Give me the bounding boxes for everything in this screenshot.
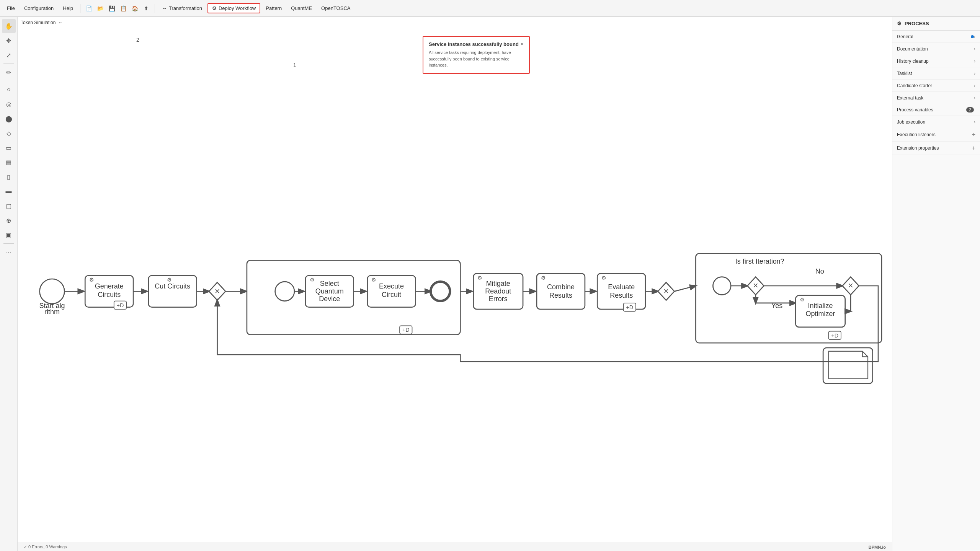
quantme-button[interactable]: QuantME: [287, 4, 316, 13]
init-opt-icon: ⚙: [800, 297, 805, 303]
check-icon: ✓: [24, 544, 27, 549]
create-annotation-button[interactable]: ⊕: [2, 214, 16, 227]
rp-general-label: General: [897, 34, 971, 39]
annotation-2: 2: [136, 37, 139, 43]
export-button[interactable]: ⬆: [141, 3, 152, 14]
transformation-button[interactable]: ↔ Transformation: [158, 4, 206, 13]
create-gateway-button[interactable]: ◇: [2, 126, 16, 140]
evaluate-label2: Results: [610, 292, 633, 299]
rp-item-external-task[interactable]: External task ›: [892, 92, 980, 104]
rp-item-candidate-starter[interactable]: Candidate starter ›: [892, 80, 980, 92]
separator-1: [80, 4, 80, 13]
save-button[interactable]: 💾: [106, 3, 117, 14]
is-first-iter-label: Is first Iteration?: [735, 258, 784, 265]
loop-subprocess[interactable]: [696, 253, 882, 343]
rp-exec-listeners-plus[interactable]: +: [972, 131, 975, 138]
sub-start-event[interactable]: [275, 282, 294, 301]
loop-start-event[interactable]: [713, 277, 731, 295]
execute-icon: ⚙: [371, 277, 376, 283]
create-start-button[interactable]: ○: [2, 83, 16, 96]
menu-configuration[interactable]: Configuration: [20, 4, 57, 13]
rp-general-dot: [971, 35, 974, 38]
lasso-tool-button[interactable]: ⤢: [2, 48, 16, 62]
notification-title: Service instances successfully bound: [429, 41, 519, 47]
notification-header: Service instances successfully bound ×: [429, 41, 524, 47]
opentosca-button[interactable]: OpenTOSCA: [317, 4, 354, 13]
execute-label1: Execute: [379, 282, 404, 290]
gw1-x: ×: [215, 286, 220, 296]
lt-sep-3: [3, 243, 14, 244]
rp-item-documentation[interactable]: Documentation ›: [892, 43, 980, 55]
start-event-label2: rithm: [44, 308, 60, 316]
create-intermediate-button[interactable]: ◎: [2, 97, 16, 111]
right-panel-gear-icon: ⚙: [897, 21, 902, 26]
gw2-x: ×: [663, 286, 669, 296]
evaluate-icon: ⚙: [601, 275, 606, 281]
sub-end-event[interactable]: [431, 282, 450, 301]
rp-item-tasklist[interactable]: Tasklist ›: [892, 67, 980, 80]
rp-item-extension-properties[interactable]: Extension properties +: [892, 142, 980, 155]
pencil-tool-button[interactable]: ✏: [2, 65, 16, 79]
cut-circuits-label1: Cut Circuits: [155, 282, 190, 290]
token-simulation-bar: Token Simulation ↔: [21, 20, 62, 25]
new-button[interactable]: 📄: [83, 3, 94, 14]
notification-close-button[interactable]: ×: [521, 41, 524, 47]
rp-tasklist-label: Tasklist: [897, 71, 974, 76]
gen-circuits-d-text: +D: [117, 302, 124, 308]
menu-help[interactable]: Help: [59, 4, 77, 13]
status-errors: ✓ 0 Errors, 0 Warnings: [24, 544, 67, 549]
rp-item-execution-listeners[interactable]: Execution listeners +: [892, 128, 980, 142]
open-button[interactable]: 📂: [95, 3, 106, 14]
gen-circuits-label2: Circuits: [98, 291, 121, 298]
rp-history-cleanup-label: History cleanup: [897, 59, 974, 64]
move-tool-button[interactable]: ✥: [2, 34, 16, 47]
mitigate-label3: Errors: [489, 295, 508, 303]
rp-candidate-arrow: ›: [974, 83, 975, 88]
rp-history-cleanup-arrow: ›: [974, 58, 975, 64]
bpmn-diagram: Start alg rithm Generate Circuits ⚙ +D C…: [18, 28, 892, 543]
rp-item-process-variables[interactable]: Process variables 2: [892, 104, 980, 116]
rp-item-history-cleanup[interactable]: History cleanup ›: [892, 55, 980, 67]
seq-gw2-loop: [675, 286, 696, 291]
rp-item-job-execution[interactable]: Job execution ›: [892, 116, 980, 128]
rp-process-vars-badge: 2: [966, 107, 974, 112]
rp-candidate-label: Candidate starter: [897, 83, 974, 88]
menu-file[interactable]: File: [3, 4, 19, 13]
create-end-button[interactable]: ⬤: [2, 112, 16, 126]
deploy-workflow-button[interactable]: ⚙ Deploy Workflow: [207, 3, 260, 13]
rp-item-general[interactable]: General ›: [892, 31, 980, 43]
home-button[interactable]: 🏠: [129, 3, 140, 14]
create-subprocess-button[interactable]: ▤: [2, 155, 16, 169]
annotation-1: 1: [293, 62, 296, 68]
create-lane-button[interactable]: ▬: [2, 184, 16, 198]
start-event[interactable]: [40, 279, 65, 304]
mitigate-icon: ⚙: [477, 275, 482, 281]
rp-ext-props-plus[interactable]: +: [972, 145, 975, 152]
loop-d-text: +D: [831, 333, 838, 339]
menubar: File Configuration Help 📄 📂 💾 📋 🏠 ⬆ ↔ Tr…: [0, 0, 980, 17]
hand-tool-button[interactable]: ✋: [2, 19, 16, 33]
gw4-x: ×: [848, 280, 853, 290]
init-opt-label2: Optimizer: [806, 310, 835, 318]
rp-documentation-label: Documentation: [897, 46, 974, 52]
deploy-workflow-icon: ⚙: [212, 5, 217, 11]
create-group-button[interactable]: ▢: [2, 199, 16, 213]
lt-sep-2: [3, 81, 14, 81]
rp-job-exec-arrow: ›: [974, 119, 975, 125]
rp-general-arrow: ›: [974, 34, 975, 39]
create-pool-button[interactable]: ▯: [2, 170, 16, 184]
create-data-button[interactable]: ▣: [2, 228, 16, 242]
lt-sep-1: [3, 64, 14, 64]
copy-button[interactable]: 📋: [118, 3, 129, 14]
mitigate-label2: Readout: [485, 287, 511, 295]
rp-external-label: External task: [897, 95, 974, 101]
mitigate-label1: Mitigate: [486, 280, 510, 287]
gen-circuits-label1: Generate: [95, 282, 124, 290]
rp-job-exec-label: Job execution: [897, 119, 974, 125]
cut-circuits-task[interactable]: [149, 276, 197, 307]
more-tools-button[interactable]: ···: [2, 245, 16, 259]
bpmn-canvas[interactable]: Token Simulation ↔ 2 1 Service instances…: [18, 17, 892, 551]
rp-ext-props-label: Extension properties: [897, 145, 972, 151]
pattern-button[interactable]: Pattern: [262, 4, 286, 13]
create-task-button[interactable]: ▭: [2, 141, 16, 155]
